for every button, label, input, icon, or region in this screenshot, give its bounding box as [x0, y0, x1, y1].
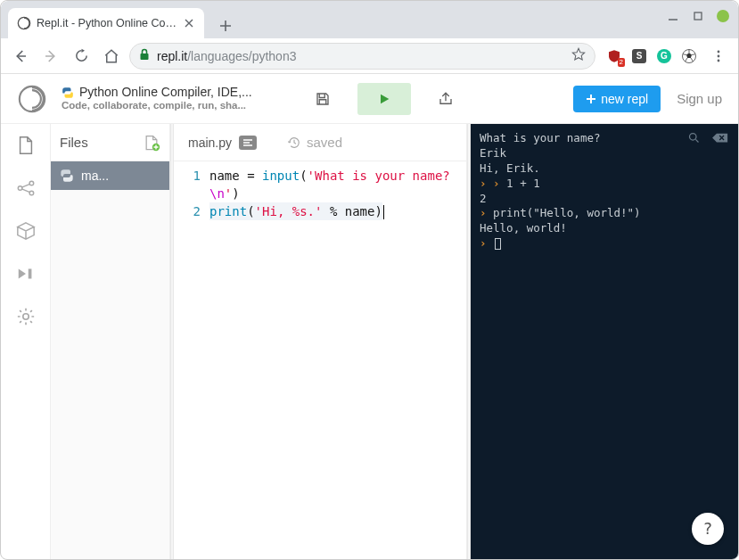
header-actions	[302, 83, 466, 115]
browser-tab-title: Repl.it - Python Online Compil	[37, 17, 177, 29]
window-minimize-icon[interactable]	[667, 10, 679, 22]
close-tab-icon[interactable]	[183, 17, 195, 29]
svg-point-15	[690, 134, 697, 141]
url-text: repl.it/languages/python3	[157, 49, 564, 63]
line-gutter: 1 2	[174, 167, 209, 559]
extension-icons: 2 S G	[606, 44, 731, 69]
console-clear-icon[interactable]	[711, 131, 729, 144]
console-line: Erik	[480, 146, 729, 161]
header-text: Python Online Compiler, IDE,... Code, co…	[62, 85, 252, 112]
editor-tab-bar: main.py saved	[174, 124, 466, 161]
file-item-main[interactable]: ma...	[51, 161, 169, 190]
files-header-label: Files	[60, 135, 88, 150]
console-search-icon[interactable]	[687, 131, 701, 144]
python-file-icon	[60, 169, 74, 183]
add-file-button[interactable]	[143, 134, 160, 152]
window-maximize-icon[interactable]	[692, 10, 704, 22]
help-button[interactable]: ?	[692, 513, 724, 545]
lock-icon	[139, 48, 150, 63]
svg-rect-1	[694, 12, 702, 20]
python-icon	[62, 86, 74, 99]
share-button[interactable]	[425, 83, 466, 115]
new-repl-button[interactable]: new repl	[573, 86, 661, 112]
console-line: Hello, world!	[480, 221, 729, 236]
code-editor[interactable]: 1 2 name = input('What is your name?\n')…	[174, 161, 466, 559]
soccer-ball-icon[interactable]	[681, 48, 697, 64]
header-title: Python Online Compiler, IDE,...	[79, 85, 252, 100]
console-tool-icons	[687, 131, 729, 144]
svg-point-6	[718, 54, 720, 57]
svg-point-13	[22, 314, 28, 319]
saved-status: saved	[287, 135, 342, 150]
main-area: Files ma... main.py saved	[1, 124, 738, 559]
rail-share-icon[interactable]	[15, 177, 37, 199]
history-icon	[287, 136, 301, 150]
rail-files-icon[interactable]	[15, 135, 37, 156]
side-rail	[1, 124, 51, 559]
format-code-icon[interactable]	[239, 136, 257, 150]
new-tab-button[interactable]	[213, 13, 238, 38]
browser-tab[interactable]: Repl.it - Python Online Compil	[8, 8, 204, 38]
header-right: new repl Sign up	[573, 86, 722, 112]
nav-forward-button[interactable]	[38, 44, 63, 69]
browser-menu-icon[interactable]	[706, 44, 731, 69]
editor-tab-label: main.py	[188, 136, 232, 150]
bookmark-star-icon[interactable]	[571, 47, 586, 64]
address-bar[interactable]: repl.it/languages/python3	[129, 43, 595, 70]
window-close-icon[interactable]	[717, 10, 729, 22]
rail-debugger-icon[interactable]	[15, 263, 37, 284]
browser-toolbar: repl.it/languages/python3 2 S G	[1, 38, 738, 74]
browser-tabstrip: Repl.it - Python Online Compil	[1, 1, 738, 38]
console-line: 2	[480, 192, 729, 207]
run-button[interactable]	[357, 83, 411, 115]
console-prompt[interactable]: ›	[480, 236, 729, 251]
header-subtitle: Code, collaborate, compile, run, sha...	[62, 100, 252, 112]
replit-favicon-icon	[17, 16, 31, 30]
save-button[interactable]	[302, 83, 343, 115]
svg-rect-12	[28, 269, 31, 279]
rail-settings-icon[interactable]	[15, 306, 37, 327]
console-line: Hi, Erik.	[480, 161, 729, 177]
console-panel[interactable]: What is your name? Erik Hi, Erik. › › 1 …	[471, 124, 738, 559]
code-line-1: name = input('What is your name?\n')	[209, 167, 459, 202]
file-item-label: ma...	[81, 169, 160, 183]
svg-rect-2	[141, 54, 149, 60]
editor-tab-main[interactable]: main.py	[188, 136, 257, 150]
extension-s-icon[interactable]: S	[631, 48, 647, 64]
console-line: › › 1 + 1	[480, 177, 729, 192]
editor-caret	[383, 205, 384, 219]
nav-back-button[interactable]	[8, 44, 33, 69]
editor-panel: main.py saved 1 2 name = input('What is …	[174, 124, 467, 559]
files-header: Files	[51, 124, 169, 161]
repl-header: Python Online Compiler, IDE,... Code, co…	[1, 74, 738, 124]
sign-up-link[interactable]: Sign up	[677, 91, 722, 106]
svg-point-7	[718, 59, 720, 62]
code-lines: name = input('What is your name?\n') pri…	[209, 167, 466, 559]
window-controls	[667, 10, 729, 22]
svg-point-5	[718, 50, 720, 53]
app-root: Python Online Compiler, IDE,... Code, co…	[1, 74, 738, 559]
plus-icon	[586, 94, 596, 104]
ublock-shield-icon[interactable]: 2	[606, 48, 622, 64]
console-line: › print("Hello, world!")	[480, 206, 729, 221]
ublock-badge: 2	[618, 58, 625, 67]
saved-label: saved	[307, 135, 342, 150]
nav-reload-button[interactable]	[69, 44, 94, 69]
new-repl-label: new repl	[601, 92, 648, 106]
replit-logo-icon	[17, 84, 47, 114]
code-line-2: print('Hi, %s.' % name)	[209, 202, 459, 220]
files-panel: Files ma...	[51, 124, 170, 559]
nav-home-button[interactable]	[99, 44, 124, 69]
rail-packages-icon[interactable]	[15, 220, 37, 242]
grammarly-icon[interactable]: G	[656, 48, 672, 64]
